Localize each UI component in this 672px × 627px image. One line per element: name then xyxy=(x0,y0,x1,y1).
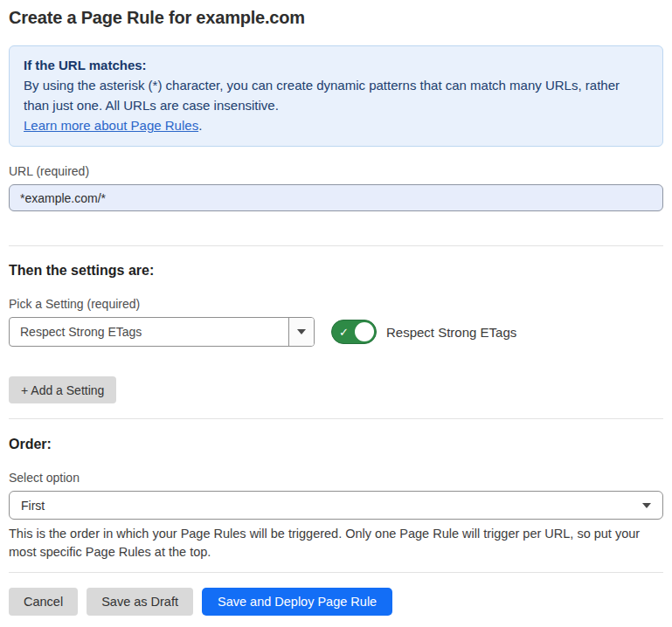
setting-select[interactable]: Respect Strong ETags xyxy=(9,317,315,347)
order-help-text: This is the order in which your Page Rul… xyxy=(9,525,663,562)
cancel-button[interactable]: Cancel xyxy=(9,588,78,616)
settings-section-heading: Then the settings are: xyxy=(9,263,663,279)
footer-actions: Cancel Save as Draft Save and Deploy Pag… xyxy=(9,588,663,616)
pick-setting-label: Pick a Setting (required) xyxy=(9,297,663,311)
toggle-label: Respect Strong ETags xyxy=(386,325,516,340)
info-box-body-text: By using the asterisk (*) character, you… xyxy=(24,78,620,113)
divider xyxy=(9,572,663,573)
page-title: Create a Page Rule for example.com xyxy=(9,8,663,28)
order-section-heading: Order: xyxy=(9,437,663,452)
save-as-draft-button[interactable]: Save as Draft xyxy=(87,588,193,616)
divider xyxy=(9,245,663,246)
etags-toggle[interactable]: ✓ xyxy=(331,320,377,344)
chevron-down-icon xyxy=(642,503,651,508)
save-and-deploy-button[interactable]: Save and Deploy Page Rule xyxy=(202,588,392,616)
check-icon: ✓ xyxy=(339,327,349,338)
info-box-heading: If the URL matches: xyxy=(24,55,648,75)
url-field-label: URL (required) xyxy=(9,164,663,178)
url-input[interactable] xyxy=(9,184,663,211)
divider xyxy=(9,418,663,419)
order-select-label: Select option xyxy=(9,471,663,485)
setting-row: Respect Strong ETags ✓ Respect Strong ET… xyxy=(9,317,663,347)
order-select-value: First xyxy=(21,499,45,513)
toggle-knob xyxy=(355,322,374,341)
setting-select-value: Respect Strong ETags xyxy=(10,318,288,346)
setting-select-arrow-button[interactable] xyxy=(288,318,314,346)
link-suffix: . xyxy=(198,118,202,133)
add-setting-button[interactable]: + Add a Setting xyxy=(9,376,116,403)
info-box-body: By using the asterisk (*) character, you… xyxy=(24,75,648,135)
chevron-down-icon xyxy=(297,329,306,334)
learn-more-link[interactable]: Learn more about Page Rules xyxy=(24,118,198,133)
order-select[interactable]: First xyxy=(9,491,663,520)
url-match-info-box: If the URL matches: By using the asteris… xyxy=(9,45,663,147)
page-rule-form: Create a Page Rule for example.com If th… xyxy=(0,0,672,616)
